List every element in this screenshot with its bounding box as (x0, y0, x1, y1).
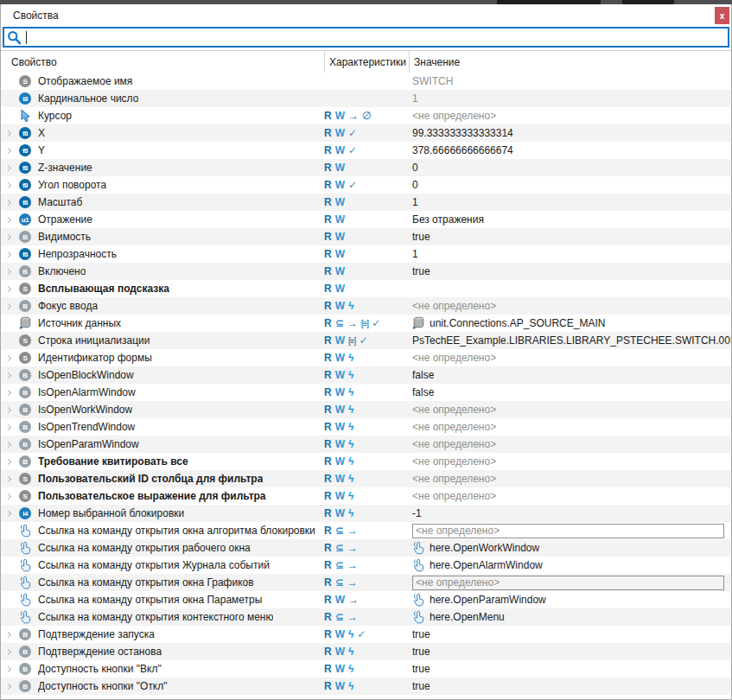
table-row[interactable]: f8Угол поворотаRW✓0 (1, 176, 731, 194)
value-cell[interactable]: SWITCH (409, 73, 731, 90)
chevron-right-icon[interactable] (5, 354, 11, 360)
expander-box[interactable] (1, 183, 16, 188)
value-cell[interactable]: 378.66666666666674 (409, 142, 731, 159)
table-row[interactable]: f8МасштабRW1 (1, 194, 731, 211)
chevron-right-icon[interactable] (5, 493, 11, 499)
chevron-right-icon[interactable] (5, 199, 11, 205)
expander-box[interactable] (1, 149, 16, 153)
expander-box[interactable] (1, 512, 16, 516)
chevron-right-icon[interactable] (5, 216, 11, 222)
expander-box[interactable] (1, 684, 16, 689)
expander-box[interactable] (1, 494, 16, 499)
chevron-right-icon[interactable] (5, 302, 11, 309)
expander-box[interactable] (1, 408, 16, 412)
expander-box[interactable] (1, 373, 16, 378)
table-row[interactable]: BIsOpenAlarmWindowRWϟfalse (1, 384, 731, 401)
value-cell[interactable]: -1 (409, 505, 731, 522)
value-cell[interactable]: 0 (409, 176, 731, 194)
value-cell[interactable]: true (409, 263, 731, 280)
table-row[interactable]: SВсплывающая подсказкаRW (1, 280, 731, 297)
table-row[interactable]: SИдентификатор формыRWϟ<не определено> (1, 349, 731, 366)
table-row[interactable]: BПодтверждение запускаRWϟ✓true (1, 626, 731, 643)
value-cell[interactable] (409, 280, 731, 297)
table-row[interactable]: Ссылка на команду открытия Журнала событ… (1, 557, 731, 574)
expander-box[interactable] (1, 218, 16, 222)
chevron-right-icon[interactable] (5, 475, 11, 481)
table-row[interactable]: BПодтверждение остановаRWϟtrue (1, 643, 731, 660)
expander-box[interactable] (1, 442, 16, 447)
chevron-right-icon[interactable] (5, 665, 11, 671)
value-cell[interactable]: false (409, 366, 731, 384)
chevron-right-icon[interactable] (5, 648, 11, 654)
expander-box[interactable] (1, 391, 16, 395)
table-row[interactable]: BДоступность кнопки "Вкл"RWϟtrue (1, 660, 731, 678)
chevron-right-icon[interactable] (5, 251, 11, 257)
chevron-right-icon[interactable] (5, 631, 11, 637)
table-row[interactable]: SОтображаемое имяSWITCH (1, 73, 731, 90)
table-row[interactable]: u1ОтражениеRWБез отражения (1, 211, 731, 228)
chevron-right-icon[interactable] (5, 372, 11, 378)
expander-box[interactable] (1, 131, 16, 136)
table-row[interactable]: f8Z-значениеRW0 (1, 159, 731, 176)
table-row[interactable]: f8НепрозрачностьRW1 (1, 245, 731, 263)
chevron-right-icon[interactable] (5, 164, 11, 170)
value-cell[interactable]: true (409, 660, 731, 678)
value-cell[interactable]: false (409, 384, 731, 401)
value-cell[interactable]: <не определено> (409, 107, 731, 124)
value-cell[interactable]: <не определено> (409, 349, 731, 366)
chevron-right-icon[interactable] (5, 285, 11, 291)
table-row[interactable]: КурсорRW→∅<не определено> (1, 107, 731, 124)
table-row[interactable]: Ссылка на команду открытия рабочего окна… (1, 539, 731, 557)
chevron-right-icon[interactable] (5, 683, 11, 689)
value-cell[interactable]: <не определено> (409, 418, 731, 436)
expander-box[interactable] (1, 356, 16, 360)
chevron-right-icon[interactable] (5, 423, 11, 430)
table-row[interactable]: Ссылка на команду открытия окна Параметр… (1, 591, 731, 608)
value-cell[interactable]: PsTechEE_Example.LIBRARIES.LIBRARY_PSTEC… (409, 332, 731, 349)
expander-box[interactable] (1, 166, 16, 170)
value-cell[interactable]: <не определено> (409, 401, 731, 418)
value-cell[interactable]: <не определено> (409, 436, 731, 453)
value-cell[interactable]: true (409, 228, 731, 245)
table-row[interactable]: f8XRW✓99.333333333333314 (1, 124, 731, 142)
chevron-right-icon[interactable] (5, 130, 11, 136)
value-cell[interactable]: here.OpenAlarmWindow (409, 557, 731, 574)
table-row[interactable]: BВидимостьRWtrue (1, 228, 731, 245)
search-box[interactable] (3, 27, 729, 48)
chevron-right-icon[interactable] (5, 510, 11, 516)
chevron-right-icon[interactable] (5, 441, 11, 447)
value-cell[interactable]: true (409, 678, 731, 695)
table-row[interactable]: BВключеноRWtrue (1, 263, 731, 280)
expander-box[interactable] (1, 252, 16, 257)
table-row[interactable]: BIsOpenTrendWindowRWϟ<не определено> (1, 418, 731, 436)
expander-box[interactable] (1, 287, 16, 291)
chevron-right-icon[interactable] (5, 389, 11, 395)
value-cell[interactable]: <не определено> (409, 453, 731, 470)
value-editor-box[interactable]: <не определено> (412, 576, 724, 590)
value-cell[interactable]: 1 (409, 90, 731, 107)
table-row[interactable]: BIsOpenWorkWindowRWϟ<не определено> (1, 401, 731, 418)
expander-box[interactable] (1, 235, 16, 239)
value-cell[interactable]: 0 (409, 159, 731, 176)
table-row[interactable]: Ссылка на команду открытия окна Графиков… (1, 574, 731, 591)
expander-box[interactable] (1, 270, 16, 274)
expander-box[interactable] (1, 633, 16, 637)
value-cell[interactable]: <не определено> (409, 470, 731, 487)
search-input[interactable] (27, 29, 725, 45)
value-editor-box[interactable]: <не определено> (412, 524, 724, 538)
expander-box[interactable] (1, 200, 16, 205)
table-row[interactable]: f8YRW✓378.66666666666674 (1, 142, 731, 159)
value-cell[interactable]: <не определено> (409, 574, 731, 591)
table-row[interactable]: BIsOpenBlockWindowRWϟfalse (1, 366, 731, 384)
value-cell[interactable]: true (409, 626, 731, 643)
close-button[interactable]: x (715, 7, 729, 24)
expander-box[interactable] (1, 425, 16, 430)
chevron-right-icon[interactable] (5, 181, 11, 188)
table-row[interactable]: Ссылка на команду открытия окна алгоритм… (1, 522, 731, 539)
value-cell[interactable]: 1 (409, 245, 731, 263)
table-row[interactable]: BТребование квитировать всеRWϟ<не опреде… (1, 453, 731, 470)
expander-box[interactable] (1, 650, 16, 654)
table-row[interactable]: BФокус вводаRWϟ<не определено> (1, 297, 731, 315)
value-cell[interactable]: <не определено> (409, 487, 731, 505)
table-row[interactable]: SСтрока инициализацииRW[≡]✓PsTechEE_Exam… (1, 332, 731, 349)
